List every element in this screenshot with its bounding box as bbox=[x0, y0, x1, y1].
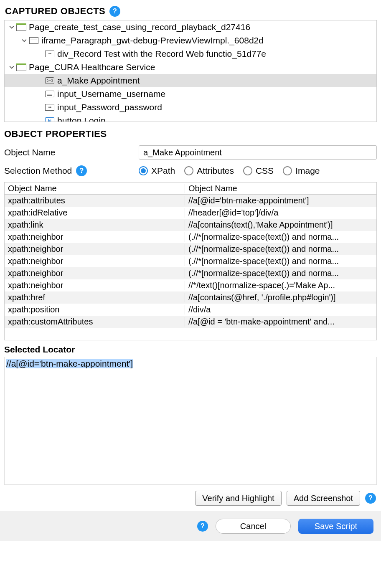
radio-image[interactable]: Image bbox=[283, 166, 320, 176]
locator-name: xpath:attributes bbox=[5, 196, 185, 205]
footer-bar: ? Cancel Save Script bbox=[0, 511, 381, 541]
tree-node-label: Page_create_test_case_using_record_playb… bbox=[29, 22, 250, 32]
table-row[interactable]: xpath:customAttributes//a[@id = 'btn-mak… bbox=[5, 316, 376, 328]
locator-value: //*/text()[normalize-space(.)='Make Ap..… bbox=[185, 281, 376, 290]
locator-name: xpath:link bbox=[5, 220, 185, 230]
locator-value: //a[contains(@href, './profile.php#login… bbox=[185, 293, 376, 302]
help-icon[interactable]: ? bbox=[109, 6, 120, 17]
locator-value: (.//*[normalize-space(text()) and norma.… bbox=[185, 256, 376, 266]
locator-name: xpath:neighbor bbox=[5, 256, 185, 266]
tree-node[interactable]: •••div_Record Test with the Record Web f… bbox=[5, 47, 376, 61]
radio-icon bbox=[283, 166, 292, 175]
help-icon[interactable]: ? bbox=[365, 493, 376, 504]
locator-name: xpath:customAttributes bbox=[5, 317, 185, 327]
tree-node[interactable]: Page_CURA Healthcare Service bbox=[5, 61, 376, 74]
table-empty-row bbox=[5, 328, 376, 340]
tree-node-label: Page_CURA Healthcare Service bbox=[29, 62, 155, 72]
locator-name: xpath:neighbor bbox=[5, 281, 185, 290]
table-row[interactable]: xpath:href//a[contains(@href, './profile… bbox=[5, 291, 376, 304]
chevron-down-icon[interactable] bbox=[8, 25, 15, 30]
tree-node-label: a_Make Appointment bbox=[57, 76, 140, 86]
locator-name: xpath:neighbor bbox=[5, 232, 185, 242]
tree-node-label: iframe_Paragraph_gwt-debug-PreviewViewIm… bbox=[41, 35, 264, 46]
captured-objects-header: CAPTURED OBJECTS ? bbox=[0, 0, 381, 20]
table-row[interactable]: xpath:idRelative//header[@id='top']/div/… bbox=[5, 207, 376, 219]
tree-node[interactable]: Page_create_test_case_using_record_playb… bbox=[5, 20, 376, 34]
locator-value: //a[@id = 'btn-make-appointment' and... bbox=[185, 317, 376, 327]
captured-objects-title: CAPTURED OBJECTS bbox=[5, 6, 105, 17]
object-name-label: Object Name bbox=[4, 147, 139, 157]
object-properties-title: OBJECT PROPERTIES bbox=[4, 129, 377, 139]
locator-value: //a[contains(text(),'Make Appointment')] bbox=[185, 220, 376, 230]
tree-node-label: div_Record Test with the Record Web func… bbox=[57, 49, 266, 59]
table-row[interactable]: xpath:neighbor(.//*[normalize-space(text… bbox=[5, 231, 376, 243]
locator-value: //div/a bbox=[185, 305, 376, 314]
radio-icon bbox=[184, 166, 193, 175]
selected-locator-value: //a[@id='btn-make-appointment'] bbox=[6, 359, 133, 368]
table-row[interactable]: xpath:position//div/a bbox=[5, 304, 376, 316]
object-name-input[interactable] bbox=[139, 145, 377, 160]
tree-node[interactable]: iframe_Paragraph_gwt-debug-PreviewViewIm… bbox=[5, 34, 376, 47]
tree-node[interactable]: •••input_Password_password bbox=[5, 101, 376, 114]
table-row[interactable]: xpath:link//a[contains(text(),'Make Appo… bbox=[5, 219, 376, 231]
table-row[interactable]: xpath:neighbor(.//*[normalize-space(text… bbox=[5, 255, 376, 267]
locator-table: Object Name Object Name xpath:attributes… bbox=[4, 182, 377, 340]
add-screenshot-button[interactable]: Add Screenshot bbox=[287, 491, 360, 506]
table-row[interactable]: xpath:attributes//a[@id='btn-make-appoin… bbox=[5, 195, 376, 207]
locator-name: xpath:position bbox=[5, 305, 185, 314]
locator-value: (.//*[normalize-space(text()) and norma.… bbox=[185, 269, 376, 278]
tree-node-label: button Login bbox=[57, 116, 106, 122]
locator-name: xpath:href bbox=[5, 293, 185, 302]
table-header: Object Name Object Name bbox=[5, 182, 376, 195]
table-row[interactable]: xpath:neighbor(.//*[normalize-space(text… bbox=[5, 267, 376, 279]
selection-method-radios: XPathAttributesCSSImage bbox=[139, 166, 320, 176]
cancel-button[interactable]: Cancel bbox=[216, 519, 291, 534]
locator-value: //header[@id='top']/div/a bbox=[185, 208, 376, 218]
locator-name: xpath:neighbor bbox=[5, 269, 185, 278]
help-icon[interactable]: ? bbox=[76, 165, 87, 176]
radio-attributes[interactable]: Attributes bbox=[184, 166, 234, 176]
selection-method-label: Selection Method ? bbox=[4, 165, 139, 176]
radio-xpath[interactable]: XPath bbox=[139, 166, 175, 176]
locator-name: xpath:neighbor bbox=[5, 244, 185, 254]
radio-css[interactable]: CSS bbox=[243, 166, 274, 176]
tree-node-label: input_Username_username bbox=[57, 89, 165, 99]
help-icon[interactable]: ? bbox=[197, 521, 208, 532]
locator-name: xpath:idRelative bbox=[5, 208, 185, 218]
selected-locator-label: Selected Locator bbox=[4, 345, 377, 355]
tree-node-label: input_Password_password bbox=[57, 102, 162, 112]
tree-node[interactable]: btbutton Login bbox=[5, 114, 376, 122]
chevron-down-icon[interactable] bbox=[8, 65, 15, 70]
captured-objects-tree[interactable]: Page_create_test_case_using_record_playb… bbox=[4, 20, 377, 122]
table-row[interactable]: xpath:neighbor(.//*[normalize-space(text… bbox=[5, 243, 376, 255]
verify-highlight-button[interactable]: Verify and Highlight bbox=[195, 491, 281, 506]
save-script-button[interactable]: Save Script bbox=[298, 519, 373, 534]
tree-node[interactable]: input_Username_username bbox=[5, 87, 376, 101]
locator-value: (.//*[normalize-space(text()) and norma.… bbox=[185, 232, 376, 242]
selected-locator-textarea[interactable]: //a[@id='btn-make-appointment'] bbox=[4, 357, 377, 485]
table-header-col1[interactable]: Object Name bbox=[5, 184, 185, 193]
radio-icon bbox=[139, 166, 148, 175]
radio-icon bbox=[243, 166, 252, 175]
tree-node[interactable]: a_Make Appointment bbox=[5, 74, 376, 87]
table-header-col2[interactable]: Object Name bbox=[185, 184, 376, 193]
chevron-down-icon[interactable] bbox=[20, 38, 28, 43]
locator-value: //a[@id='btn-make-appointment'] bbox=[185, 196, 376, 205]
table-row[interactable]: xpath:neighbor//*/text()[normalize-space… bbox=[5, 279, 376, 291]
locator-value: (.//*[normalize-space(text()) and norma.… bbox=[185, 244, 376, 254]
